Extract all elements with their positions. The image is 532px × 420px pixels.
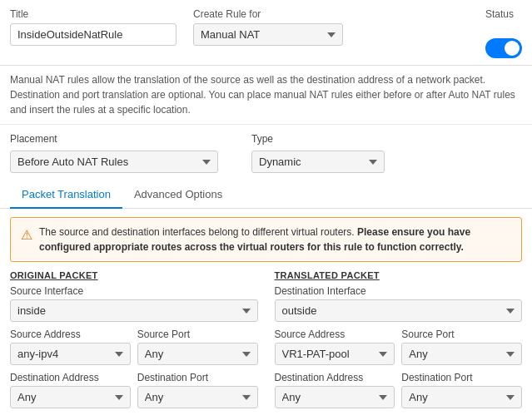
trans-dest-interface-label: Destination Interface [275,285,523,297]
description-text: Manual NAT rules allow the translation o… [0,66,532,125]
trans-dest-address-select[interactable]: Any [275,386,395,408]
type-label: Type [251,133,385,145]
orig-source-interface-group: Source Interface inside [10,285,258,322]
toggle-container [485,38,522,58]
status-label: Status [485,8,522,20]
create-rule-label: Create Rule for [193,8,469,20]
status-section: Status [485,8,522,58]
placement-group: Placement Before Auto NAT Rules After Au… [10,133,218,173]
create-rule-select[interactable]: Manual NAT Auto NAT [193,23,343,46]
trans-dest-interface-group: Destination Interface outside [275,285,523,322]
warning-icon: ⚠ [21,225,32,245]
tab-advanced-options[interactable]: Advanced Options [122,181,234,209]
orig-dest-address-select[interactable]: Any [10,386,131,408]
top-row: Title Create Rule for Manual NAT Auto NA… [0,0,532,66]
trans-source-port-label: Source Port [401,329,522,340]
orig-dest-row: Destination Address Any Destination Port… [10,372,258,415]
orig-address-port-row: Source Address any-ipv4 Source Port Any [10,329,258,372]
title-label: Title [10,8,177,20]
trans-dest-port-select[interactable]: Any [401,386,522,408]
translated-packet-header: TRANSLATED PACKET [275,270,523,280]
trans-source-address-select[interactable]: VR1-PAT-pool [275,343,395,365]
translated-packet-column: TRANSLATED PACKET Destination Interface … [275,270,523,415]
orig-source-interface-label: Source Interface [10,285,258,297]
tab-packet-translation[interactable]: Packet Translation [10,181,122,209]
orig-source-address-select[interactable]: any-ipv4 [10,343,131,365]
type-select[interactable]: Dynamic Static [251,151,385,173]
trans-dest-address-label: Destination Address [275,372,395,383]
create-rule-section: Create Rule for Manual NAT Auto NAT [193,8,469,46]
trans-dest-port-group: Destination Port Any [401,372,522,408]
trans-source-address-group: Source Address VR1-PAT-pool [275,329,395,365]
type-group: Type Dynamic Static [251,133,385,173]
orig-source-interface-select[interactable]: inside [10,299,258,322]
status-toggle[interactable] [485,38,522,58]
placement-label: Placement [10,133,218,145]
orig-dest-address-group: Destination Address Any [10,372,131,408]
orig-source-address-label: Source Address [10,329,131,340]
trans-address-port-row: Source Address VR1-PAT-pool Source Port … [275,329,523,372]
orig-source-address-group: Source Address any-ipv4 [10,329,131,365]
title-input[interactable] [10,23,177,46]
tabs-row: Packet Translation Advanced Options [0,181,532,209]
orig-dest-port-label: Destination Port [137,372,258,383]
trans-dest-address-group: Destination Address Any [275,372,395,408]
packet-columns: ORIGINAL PACKET Source Interface inside … [0,270,532,415]
warning-banner: ⚠ The source and destination interfaces … [10,217,522,262]
orig-dest-port-select[interactable]: Any [137,386,258,408]
orig-dest-port-group: Destination Port Any [137,372,258,408]
orig-source-port-label: Source Port [137,329,258,340]
orig-source-port-group: Source Port Any [137,329,258,365]
trans-source-port-select[interactable]: Any [401,343,522,365]
trans-dest-interface-select[interactable]: outside [275,299,523,322]
warning-text: The source and destination interfaces be… [39,225,511,254]
original-packet-header: ORIGINAL PACKET [10,270,258,280]
trans-source-address-label: Source Address [275,329,395,340]
original-packet-column: ORIGINAL PACKET Source Interface inside … [10,270,258,415]
trans-dest-port-label: Destination Port [401,372,522,383]
orig-source-port-select[interactable]: Any [137,343,258,365]
trans-dest-row: Destination Address Any Destination Port… [275,372,523,415]
orig-dest-address-label: Destination Address [10,372,131,383]
placement-row: Placement Before Auto NAT Rules After Au… [0,125,532,178]
title-section: Title [10,8,177,46]
placement-select[interactable]: Before Auto NAT Rules After Auto NAT Rul… [10,151,218,173]
trans-source-port-group: Source Port Any [401,329,522,365]
